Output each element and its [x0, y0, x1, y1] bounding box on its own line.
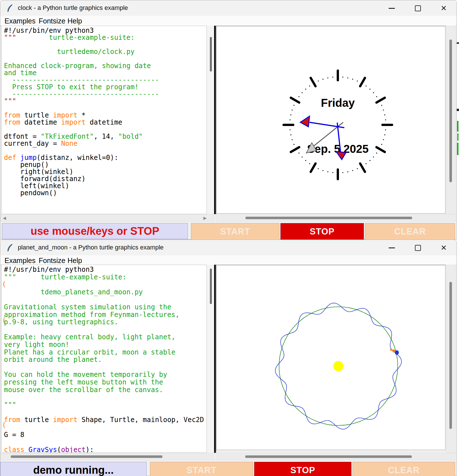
status-text: demo running... — [33, 464, 114, 476]
background-window-mark — [457, 109, 459, 111]
start-label: START — [220, 227, 250, 237]
menu-fontsize[interactable]: Fontsize — [39, 17, 65, 25]
window-title: planet_and_moon - a Python turtle graphi… — [18, 244, 164, 251]
minute-hand — [310, 122, 344, 128]
menubar: Examples Fontsize Help — [0, 16, 456, 26]
clear-button[interactable]: CLEAR — [353, 462, 455, 476]
scrollbar-thumb[interactable] — [210, 37, 212, 71]
status-row: use mouse/keys or STOP START STOP CLEAR — [0, 222, 456, 240]
stop-label: STOP — [310, 227, 335, 237]
close-icon: ✕ — [441, 5, 447, 12]
desktop: clock - a Python turtle graphics example… — [0, 0, 459, 476]
menu-fontsize[interactable]: Fontsize — [39, 257, 65, 265]
menu-examples[interactable]: Examples — [5, 17, 36, 25]
code-horizontal-scrollbar[interactable] — [0, 453, 214, 460]
turtle-canvas[interactable] — [216, 265, 445, 450]
moon-trail-dot — [390, 349, 392, 351]
window-title: clock - a Python turtle graphics example — [18, 4, 128, 12]
menu-help[interactable]: Help — [68, 17, 82, 25]
canvas-horizontal-scrollbar[interactable] — [216, 453, 456, 460]
background-window-green-text — [457, 121, 458, 132]
canvas-horizontal-scrollbar[interactable] — [216, 214, 456, 221]
menu-examples[interactable]: Examples — [5, 257, 36, 265]
scrollbar-thumb[interactable] — [449, 282, 452, 429]
titlebar[interactable]: clock - a Python turtle graphics example… — [0, 0, 456, 16]
start-button[interactable]: START — [191, 223, 279, 240]
start-label: START — [186, 465, 216, 475]
minimize-icon — [389, 8, 395, 9]
status-row: demo running... START STOP CLEAR — [0, 461, 456, 476]
turtle-canvas[interactable]: Friday Sep. 5 2025 — [216, 26, 445, 214]
menu-help[interactable]: Help — [68, 257, 82, 265]
background-window-mark — [457, 42, 459, 44]
code-text: #!/usr/bin/env python3""" turtle-example… — [4, 266, 207, 453]
status-message: use mouse/keys or STOP — [2, 223, 188, 239]
clock-drawing: Friday Sep. 5 2025 — [216, 26, 445, 213]
clock-window: clock - a Python turtle graphics example… — [0, 0, 457, 240]
code-text: #!/usr/bin/env python3""" turtle-example… — [4, 27, 159, 196]
code-vertical-scrollbar[interactable] — [207, 26, 214, 214]
background-window-green-text — [457, 143, 458, 155]
code-horizontal-scrollbar[interactable]: ◀ ▶ — [0, 214, 214, 221]
pane-sash[interactable] — [214, 265, 216, 453]
python-feather-icon — [6, 244, 14, 252]
start-button[interactable]: START — [150, 462, 253, 476]
canvas-vertical-scrollbar[interactable] — [446, 26, 456, 214]
menubar: Examples Fontsize Help — [0, 255, 456, 265]
scrollbar-thumb[interactable] — [11, 455, 162, 458]
clock-day-label: Friday — [321, 97, 355, 109]
moon-turtle — [392, 349, 395, 353]
background-window-green-text — [457, 133, 458, 141]
code-vertical-scrollbar[interactable] — [207, 265, 214, 453]
clear-button[interactable]: CLEAR — [365, 223, 455, 240]
code-editor[interactable]: #!/usr/bin/env python3""" turtle-example… — [1, 265, 207, 453]
planet-simulation-drawing — [216, 265, 445, 450]
maximize-icon — [415, 5, 421, 11]
minimize-icon — [389, 247, 395, 248]
clear-label: CLEAR — [388, 465, 420, 475]
stray-paren: ( — [2, 421, 6, 429]
python-feather-icon — [6, 4, 14, 12]
scrollbar-thumb[interactable] — [449, 40, 452, 182]
status-text: use mouse/keys or STOP — [31, 225, 159, 237]
minute-hand-arrowhead — [300, 116, 310, 127]
scrollbar-thumb[interactable] — [245, 217, 412, 219]
stop-label: STOP — [290, 465, 315, 475]
sun — [333, 361, 343, 371]
stop-button[interactable]: STOP — [254, 462, 351, 476]
hour-hand-arrowhead — [336, 151, 346, 160]
close-icon: ✕ — [441, 244, 447, 251]
minimize-button[interactable] — [383, 242, 400, 253]
code-editor[interactable]: #!/usr/bin/env python3""" turtle-example… — [1, 26, 207, 214]
maximize-button[interactable] — [409, 3, 426, 14]
close-button[interactable]: ✕ — [435, 3, 452, 14]
planet-and-moon-window: planet_and_moon - a Python turtle graphi… — [0, 240, 457, 476]
scrollbar-thumb[interactable] — [210, 269, 212, 304]
stop-button[interactable]: STOP — [280, 223, 364, 240]
canvas-vertical-scrollbar[interactable] — [446, 265, 456, 453]
pane-sash[interactable] — [214, 26, 216, 214]
close-button[interactable]: ✕ — [435, 242, 452, 253]
scroll-right-icon[interactable]: ▶ — [203, 216, 207, 221]
maximize-button[interactable] — [409, 242, 426, 253]
minimize-button[interactable] — [383, 3, 400, 14]
stray-paren: ( — [2, 280, 6, 288]
maximize-icon — [415, 245, 421, 251]
scrollbar-thumb[interactable] — [245, 455, 412, 458]
status-message: demo running... — [0, 462, 147, 476]
scroll-left-icon[interactable]: ◀ — [3, 216, 6, 221]
stray-paren: ( — [2, 316, 6, 324]
clear-label: CLEAR — [394, 227, 426, 237]
planet-turtle — [395, 350, 399, 355]
titlebar[interactable]: planet_and_moon - a Python turtle graphi… — [0, 240, 456, 255]
background-window-sliver — [457, 0, 459, 240]
